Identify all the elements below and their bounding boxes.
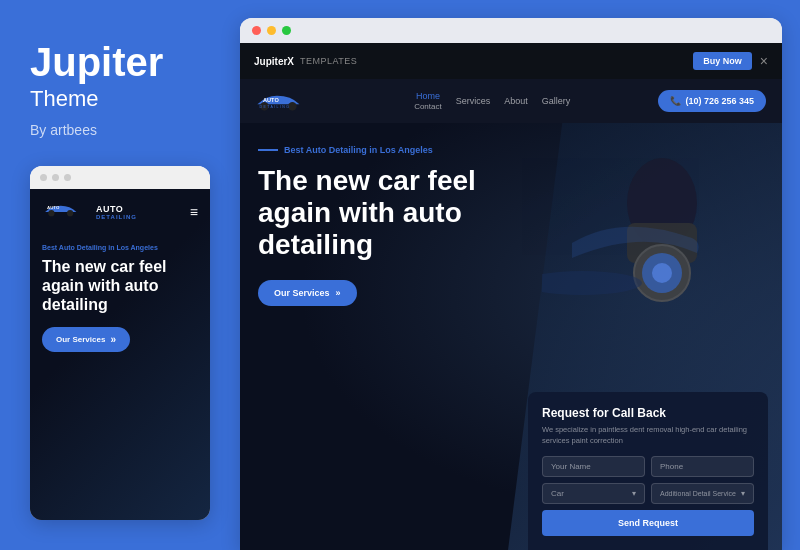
theme-subtitle: Theme [30, 86, 210, 112]
close-button[interactable]: × [760, 53, 768, 69]
form-row-2: Car ▾ Additional Detail Service ▾ [542, 483, 754, 504]
phone-number: (10) 726 256 345 [685, 96, 754, 106]
hero-content: Best Auto Detailing in Los Angeles The n… [240, 123, 782, 328]
topbar-right: Buy Now × [693, 52, 768, 70]
mobile-cta-button[interactable]: Our Services » [42, 327, 130, 352]
phone-icon: 📞 [670, 96, 681, 106]
dot-red [40, 174, 47, 181]
service-placeholder: Additional Detail Service [660, 490, 736, 497]
submit-button[interactable]: Send Request [542, 510, 754, 536]
hero-tag-line [258, 149, 278, 151]
svg-text:AUTO: AUTO [47, 205, 60, 210]
mobile-preview: AUTO AUTO DETAILING ≡ Best Auto Detailin… [30, 166, 210, 520]
jupiterx-label: JupiterX [254, 56, 294, 67]
car-select[interactable]: Car ▾ [542, 483, 645, 504]
svg-text:DETAILING: DETAILING [260, 105, 291, 109]
theme-author: By artbees [30, 122, 210, 138]
phone-button[interactable]: 📞 (10) 726 256 345 [658, 90, 766, 112]
browser-content: JupiterX TEMPLATES Buy Now × AUTO DETAIL… [240, 43, 782, 550]
service-chevron-icon: ▾ [741, 489, 745, 498]
car-chevron-icon: ▾ [632, 489, 636, 498]
hero-tag-text: Best Auto Detailing in Los Angeles [284, 145, 433, 155]
nav-links: Home Contact Services About Gallery [414, 91, 570, 111]
logo-svg: AUTO DETAILING [256, 87, 326, 115]
nav-link-home: Home [416, 91, 440, 101]
hero-cta-button[interactable]: Our Services » [258, 280, 357, 306]
mobile-logo-sub: DETAILING [96, 214, 137, 220]
mobile-arrow-icon: » [110, 334, 116, 345]
browser-window: JupiterX TEMPLATES Buy Now × AUTO DETAIL… [240, 18, 782, 550]
site-nav: AUTO DETAILING Home Contact Services Abo… [240, 79, 782, 123]
service-select[interactable]: Additional Detail Service ▾ [651, 483, 754, 504]
hamburger-icon[interactable]: ≡ [190, 204, 198, 220]
svg-text:AUTO: AUTO [263, 97, 279, 103]
svg-point-1 [67, 210, 73, 216]
browser-dot-2 [267, 26, 276, 35]
mobile-screen: AUTO AUTO DETAILING ≡ Best Auto Detailin… [30, 189, 210, 520]
phone-placeholder: Phone [660, 462, 683, 471]
hero-title: The new car feel again with auto detaili… [258, 165, 538, 262]
mobile-nav: AUTO AUTO DETAILING ≡ [30, 189, 210, 234]
mobile-logo-text: AUTO [96, 204, 137, 214]
mobile-cta-label: Our Services [56, 335, 105, 344]
mobile-hero-title: The new car feel again with auto detaili… [42, 257, 198, 315]
mobile-logo: AUTO AUTO DETAILING [42, 199, 137, 224]
nav-link-about[interactable]: About [504, 96, 528, 106]
hero-cta-label: Our Services [274, 288, 330, 298]
nav-link-gallery[interactable]: Gallery [542, 96, 571, 106]
form-title: Request for Call Back [542, 406, 754, 420]
mobile-content: AUTO AUTO DETAILING ≡ Best Auto Detailin… [30, 189, 210, 362]
buy-now-button[interactable]: Buy Now [693, 52, 752, 70]
phone-input[interactable]: Phone [651, 456, 754, 477]
name-input[interactable]: Your Name [542, 456, 645, 477]
theme-title-block: Jupiter Theme By artbees [30, 40, 210, 138]
nav-link-contact: Contact [414, 102, 442, 111]
car-placeholder: Car [551, 489, 564, 498]
form-card: Request for Call Back We specialize in p… [528, 392, 768, 550]
left-panel: Jupiter Theme By artbees [0, 0, 240, 550]
svg-point-0 [48, 210, 54, 216]
browser-dot-3 [282, 26, 291, 35]
form-desc: We specialize in paintless dent removal … [542, 425, 754, 446]
dot-yellow [52, 174, 59, 181]
browser-bar [240, 18, 782, 43]
browser-dot-1 [252, 26, 261, 35]
mobile-logo-icon: AUTO [42, 199, 92, 224]
mobile-dots [30, 166, 210, 189]
hero-cta-arrow: » [336, 288, 341, 298]
site-hero: Best Auto Detailing in Los Angeles The n… [240, 123, 782, 550]
templates-label: TEMPLATES [300, 56, 357, 66]
dot-green [64, 174, 71, 181]
nav-home[interactable]: Home Contact [414, 91, 442, 111]
site-topbar: JupiterX TEMPLATES Buy Now × [240, 43, 782, 79]
site-logo: AUTO DETAILING [256, 87, 326, 115]
mobile-hero-tag: Best Auto Detailing in Los Angeles [42, 244, 198, 251]
hero-tag: Best Auto Detailing in Los Angeles [258, 145, 764, 155]
theme-title: Jupiter [30, 40, 210, 84]
nav-link-services[interactable]: Services [456, 96, 491, 106]
topbar-left: JupiterX TEMPLATES [254, 56, 357, 67]
form-row-1: Your Name Phone [542, 456, 754, 477]
mobile-hero: Best Auto Detailing in Los Angeles The n… [30, 234, 210, 362]
name-placeholder: Your Name [551, 462, 591, 471]
